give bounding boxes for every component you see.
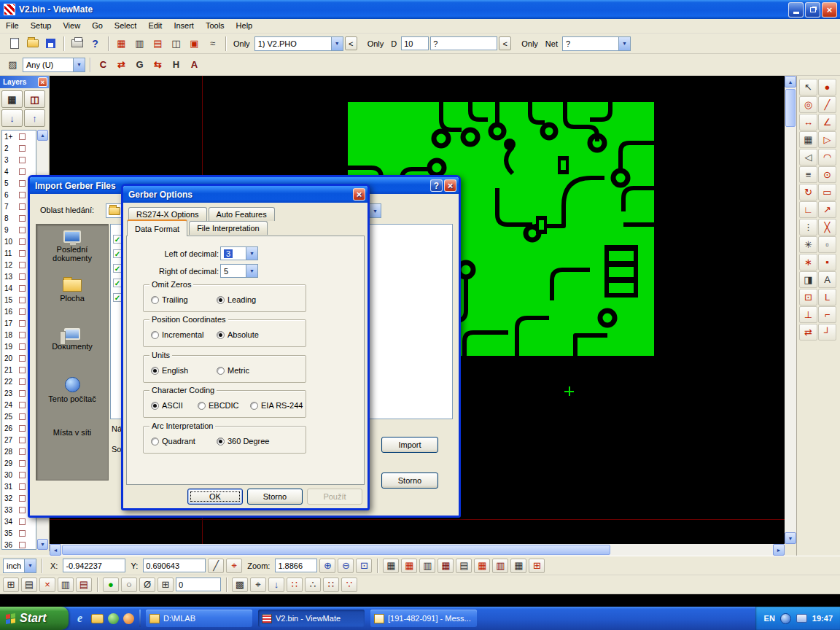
quadrant-grid-button[interactable]: ▦ <box>510 559 526 573</box>
layer-color-swatch[interactable] <box>19 180 26 187</box>
context-help-button[interactable]: ? <box>87 36 104 52</box>
radio-ascii[interactable]: ASCII <box>151 401 183 410</box>
toolbar-view-button[interactable]: ≈ <box>204 36 221 52</box>
layer-color-swatch[interactable] <box>19 495 26 502</box>
drawing-tool-button[interactable]: ⌐ <box>818 306 836 323</box>
radio-icon[interactable] <box>217 438 225 446</box>
print-button[interactable] <box>69 36 85 52</box>
selection-filter-combo[interactable]: Any (U) ▼ <box>23 58 85 72</box>
layer-color-swatch[interactable] <box>19 378 26 385</box>
active-layer-combo[interactable]: 1) V2.PHO ▼ <box>254 36 343 51</box>
radio-icon[interactable] <box>198 402 206 410</box>
measure-tool-button[interactable]: ╱ <box>208 559 224 573</box>
chevron-down-icon[interactable]: ▼ <box>246 247 257 260</box>
taskbar-task-button[interactable]: V2.bin - ViewMate <box>258 610 365 627</box>
net-combo[interactable]: ? ▼ <box>562 36 631 51</box>
close-icon[interactable]: × <box>38 77 47 87</box>
layer-colors-button[interactable]: ◫ <box>24 90 45 108</box>
drawing-tool-button[interactable]: ▫ <box>818 236 836 253</box>
layer-color-swatch[interactable] <box>19 238 26 245</box>
tab-auto-features[interactable]: Auto Features <box>209 207 275 221</box>
grid-tool-button[interactable]: ▥ <box>58 578 74 592</box>
layer-color-swatch[interactable] <box>19 542 26 548</box>
menu-item[interactable]: Edit <box>142 19 168 33</box>
layer-color-swatch[interactable] <box>19 390 26 397</box>
scroll-down-icon[interactable]: ▼ <box>785 532 796 544</box>
dcode-input[interactable] <box>401 36 429 50</box>
snap-tool-button[interactable]: ● <box>103 578 119 592</box>
layer-color-swatch[interactable] <box>19 355 26 362</box>
radio-ebcdic[interactable]: EBCDIC <box>198 401 239 410</box>
shield-icon[interactable] <box>108 613 119 624</box>
pattern-tool-button[interactable]: ∵ <box>341 578 357 592</box>
pattern-tool-button[interactable]: ∷ <box>287 578 303 592</box>
layer-color-swatch[interactable] <box>19 133 26 140</box>
radio-icon[interactable] <box>151 331 159 339</box>
layer-color-swatch[interactable] <box>19 297 26 303</box>
drawing-tool-button[interactable]: ∗ <box>799 254 817 271</box>
zoom-input[interactable] <box>275 559 317 572</box>
cancel-button[interactable]: Storno <box>247 489 303 505</box>
layer-color-swatch[interactable] <box>19 518 26 525</box>
drawing-tool-button[interactable]: ◁ <box>799 149 817 166</box>
measure-tool-button[interactable]: ⌖ <box>226 559 242 573</box>
display-tray-icon[interactable] <box>796 614 807 623</box>
tab-file-interpretation[interactable]: File Interpretation <box>189 221 268 235</box>
ok-button[interactable]: OK <box>187 489 243 505</box>
horizontal-scroll-thumb[interactable] <box>62 545 610 555</box>
drawing-tool-button[interactable]: ╱ <box>818 96 836 113</box>
layer-color-swatch[interactable] <box>19 262 26 268</box>
layer-color-swatch[interactable] <box>19 367 26 373</box>
drawing-tool-button[interactable]: L <box>818 289 836 306</box>
places-bar-item[interactable]: Poslední dokumenty <box>36 230 108 279</box>
layer-color-swatch[interactable] <box>19 145 26 152</box>
layer-color-swatch[interactable] <box>19 402 26 408</box>
layer-color-swatch[interactable] <box>19 192 26 198</box>
radio-trailing[interactable]: Trailing <box>151 295 188 304</box>
radio-360-degree[interactable]: 360 Degree <box>217 437 270 446</box>
layer-color-swatch[interactable] <box>19 215 26 222</box>
menu-item[interactable]: Tools <box>200 19 230 33</box>
minimize-button[interactable] <box>788 2 804 18</box>
grid-tool-button[interactable]: × <box>39 578 55 592</box>
drawing-tool-button[interactable]: ● <box>818 79 836 96</box>
layer-color-swatch[interactable] <box>19 448 26 455</box>
taskbar-task-button[interactable]: D:\MLAB <box>146 610 252 627</box>
drawing-tool-button[interactable]: ↔ <box>799 114 817 131</box>
dialog-help-button[interactable]: ? <box>430 179 443 192</box>
right-of-decimal-combo[interactable]: 5 ▼ <box>220 264 258 278</box>
layer-row[interactable]: 36 <box>2 539 36 550</box>
toolbar-view-button[interactable]: ▤ <box>149 36 166 52</box>
quadrant-grid-button[interactable]: ▥ <box>419 559 435 573</box>
zoom-tool-button[interactable]: ⊖ <box>338 559 354 573</box>
save-button[interactable] <box>42 36 59 52</box>
chevron-down-icon[interactable]: ▼ <box>73 58 85 71</box>
menu-item[interactable]: File <box>0 19 25 33</box>
drawing-tool-button[interactable]: ⋮ <box>799 219 817 236</box>
browser-icon[interactable] <box>123 613 134 624</box>
selection-tool-button[interactable]: H <box>168 57 184 73</box>
selection-tool-button[interactable]: ⇆ <box>149 57 166 73</box>
layer-prev-button[interactable]: < <box>345 36 357 50</box>
radio-icon[interactable] <box>151 367 159 375</box>
horizontal-scrollbar[interactable]: ◄ ► <box>50 544 785 556</box>
layer-color-swatch[interactable] <box>19 285 26 292</box>
radio-absolute[interactable]: Absolute <box>217 330 259 339</box>
layers-panel-header[interactable]: Layers × <box>0 76 49 88</box>
language-indicator[interactable]: EN <box>764 614 775 623</box>
radio-metric[interactable]: Metric <box>217 366 249 375</box>
dcode-filter-input[interactable] <box>430 36 497 50</box>
layer-move-down-button[interactable]: ↓ <box>1 109 23 127</box>
grid-step-input[interactable] <box>176 578 221 591</box>
chevron-down-icon[interactable]: ▼ <box>331 37 343 50</box>
drawing-tool-button[interactable]: ↻ <box>799 184 817 201</box>
layer-color-swatch[interactable] <box>19 203 26 210</box>
import-button[interactable]: Import <box>381 437 438 453</box>
dcode-prev-button[interactable]: < <box>499 36 511 50</box>
layer-color-swatch[interactable] <box>19 472 26 478</box>
scroll-up-icon[interactable]: ▲ <box>785 76 796 88</box>
pattern-tool-button[interactable]: ↓ <box>268 578 284 592</box>
layer-color-swatch[interactable] <box>19 483 26 490</box>
vertical-scroll-thumb[interactable] <box>785 89 796 127</box>
layer-color-swatch[interactable] <box>19 157 26 163</box>
